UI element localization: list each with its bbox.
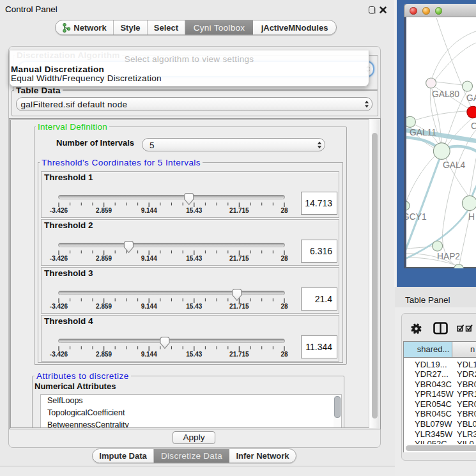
svg-text:-3.426: -3.426 bbox=[50, 207, 68, 214]
svg-text:21.715: 21.715 bbox=[229, 351, 249, 358]
svg-text:15.43: 15.43 bbox=[186, 303, 202, 310]
svg-text:15.43: 15.43 bbox=[186, 207, 202, 214]
svg-text:9.144: 9.144 bbox=[141, 303, 157, 310]
svg-text:21.715: 21.715 bbox=[229, 303, 249, 310]
svg-text:9.144: 9.144 bbox=[141, 351, 157, 358]
svg-text:2.859: 2.859 bbox=[96, 303, 112, 310]
svg-text:15.43: 15.43 bbox=[186, 255, 202, 262]
svg-text:21.715: 21.715 bbox=[229, 207, 249, 214]
svg-text:GAL11: GAL11 bbox=[410, 128, 436, 137]
svg-text:28: 28 bbox=[280, 207, 288, 214]
svg-text:28: 28 bbox=[280, 255, 288, 262]
svg-text:HAP2: HAP2 bbox=[437, 252, 460, 261]
svg-text:C: C bbox=[471, 121, 476, 131]
svg-text:-3.426: -3.426 bbox=[50, 351, 68, 358]
svg-text:GA: GA bbox=[466, 93, 476, 103]
svg-text:-3.426: -3.426 bbox=[50, 255, 68, 262]
svg-text:2.859: 2.859 bbox=[96, 207, 112, 214]
svg-text:28: 28 bbox=[280, 351, 288, 358]
svg-text:H: H bbox=[468, 212, 475, 222]
svg-text:28: 28 bbox=[280, 303, 288, 310]
svg-text:15.43: 15.43 bbox=[186, 351, 202, 358]
svg-text:2.859: 2.859 bbox=[96, 255, 112, 262]
svg-text:-3.426: -3.426 bbox=[50, 303, 68, 310]
svg-text:GAL80: GAL80 bbox=[432, 89, 459, 99]
svg-text:GCY1: GCY1 bbox=[406, 212, 427, 222]
svg-text:2.859: 2.859 bbox=[96, 351, 112, 358]
svg-text:9.144: 9.144 bbox=[141, 207, 157, 214]
svg-text:9.144: 9.144 bbox=[141, 255, 157, 262]
svg-text:GAL4: GAL4 bbox=[443, 160, 466, 170]
svg-text:21.715: 21.715 bbox=[229, 255, 249, 262]
